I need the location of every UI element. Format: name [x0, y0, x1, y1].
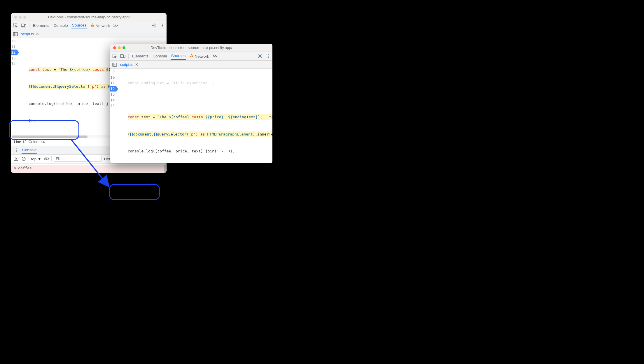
traffic-lights[interactable]: [14, 16, 26, 19]
file-tab-bar: script.ts ✕: [110, 61, 272, 69]
v-scrollbar[interactable]: [164, 163, 167, 173]
svg-rect-4: [92, 26, 93, 26]
error-icon: ✕: [14, 165, 16, 171]
warning-icon: [90, 23, 94, 27]
svg-rect-17: [192, 56, 192, 57]
svg-rect-14: [120, 54, 123, 57]
svg-rect-2: [24, 24, 26, 27]
file-tab-bar: script.ts ✕: [11, 30, 167, 38]
traffic-lights[interactable]: [113, 46, 125, 49]
tab-sources[interactable]: Sources: [71, 22, 87, 29]
level-select[interactable]: Def: [104, 157, 110, 161]
console-error: Uncaught ReferenceError: coffee is not d…: [19, 172, 117, 173]
breakpoint-marker: [154, 133, 157, 136]
titlebar[interactable]: DevTools - consistent-source-map-pc.netl…: [11, 13, 167, 21]
sidebar-toggle-icon[interactable]: [13, 31, 18, 37]
code-body[interactable]: const endingText = 'It is expensive.'; c…: [118, 69, 272, 163]
gutter: 10 11 12 13 14: [11, 38, 19, 135]
devtools-window-after: DevTools - consistent-source-map-pc.netl…: [110, 44, 272, 163]
cursor-position: Line 12, Column 4: [14, 140, 45, 144]
zoom-dot[interactable]: [123, 46, 125, 49]
breakpoint-marker: [55, 85, 57, 88]
filter-input[interactable]: [54, 156, 102, 162]
console-output[interactable]: ✕ coffee Uncaught ReferenceError: coffee…: [11, 163, 164, 173]
code-editor[interactable]: 9 10 11 12 13 14 15 const endingText = '…: [110, 69, 272, 163]
more-tabs[interactable]: >>: [213, 54, 217, 59]
annotation-after: [109, 184, 160, 200]
minimize-dot[interactable]: [19, 16, 22, 19]
file-tab[interactable]: script.ts ✕: [21, 32, 39, 36]
window-title: DevTools - consistent-source-map-pc.netl…: [150, 45, 232, 50]
inspect-icon[interactable]: [13, 23, 18, 28]
gutter: 9 10 11 12 13 14 15: [110, 69, 118, 163]
main-toolbar: Elements Console Sources Network >>: [11, 21, 167, 30]
svg-line-11: [22, 158, 25, 160]
sidebar-toggle-icon[interactable]: [112, 62, 117, 67]
close-icon[interactable]: ✕: [36, 32, 39, 36]
close-dot[interactable]: [113, 46, 116, 49]
tab-network[interactable]: Network: [90, 22, 111, 29]
svg-point-5: [153, 25, 155, 26]
tab-console[interactable]: Console: [152, 53, 168, 59]
titlebar[interactable]: DevTools - consistent-source-map-pc.netl…: [110, 44, 272, 52]
tab-elements[interactable]: Elements: [132, 53, 149, 59]
device-icon[interactable]: [120, 54, 125, 59]
file-tab[interactable]: script.ts ✕: [120, 62, 138, 67]
console-command: coffee: [18, 165, 32, 171]
minimize-dot[interactable]: [118, 46, 121, 49]
svg-point-18: [259, 55, 261, 57]
main-toolbar: Elements Console Sources Network >>: [110, 52, 272, 61]
tab-elements[interactable]: Elements: [32, 22, 50, 29]
svg-rect-1: [21, 24, 24, 27]
svg-rect-3: [92, 24, 93, 26]
more-tabs[interactable]: >>: [113, 23, 118, 28]
sidebar-toggle-icon[interactable]: [13, 156, 19, 161]
device-icon[interactable]: [21, 23, 26, 28]
kebab-icon[interactable]: [13, 147, 19, 153]
breakpoint-marker: [130, 133, 133, 136]
close-dot[interactable]: [14, 16, 17, 19]
window-title: DevTools - consistent-source-map-pc.netl…: [48, 15, 130, 19]
breakpoint-marker: [31, 85, 34, 88]
context-select[interactable]: top ▼: [31, 157, 41, 161]
kebab-icon[interactable]: [160, 23, 165, 28]
svg-rect-16: [192, 55, 192, 56]
tab-sources[interactable]: Sources: [171, 52, 186, 60]
svg-rect-15: [124, 55, 125, 58]
inspect-icon[interactable]: [112, 54, 117, 59]
gear-icon[interactable]: [257, 54, 262, 59]
kebab-icon[interactable]: [265, 54, 271, 59]
clear-icon[interactable]: [21, 156, 26, 161]
tab-console[interactable]: Console: [53, 22, 69, 29]
tab-network[interactable]: Network: [189, 52, 210, 60]
gear-icon[interactable]: [151, 23, 157, 28]
zoom-dot[interactable]: [23, 16, 26, 19]
close-icon[interactable]: ✕: [135, 62, 138, 67]
eye-icon[interactable]: [44, 156, 49, 161]
drawer-tab-console[interactable]: Console: [22, 147, 37, 154]
svg-point-12: [46, 158, 47, 160]
warning-icon: [190, 54, 194, 58]
